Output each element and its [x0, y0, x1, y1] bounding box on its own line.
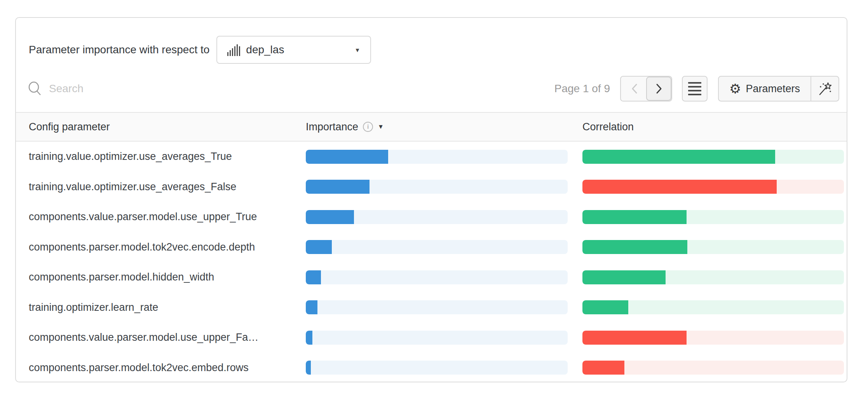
magic-wand-icon: [817, 81, 832, 96]
chevron-right-icon: [655, 83, 663, 95]
info-icon[interactable]: i: [363, 122, 373, 132]
correlation-bar: [582, 361, 844, 375]
importance-bar: [306, 331, 568, 345]
importance-bar: [306, 180, 568, 194]
importance-bar-fill: [306, 361, 311, 375]
correlation-bar-fill: [582, 300, 628, 314]
correlation-bar: [582, 270, 844, 284]
importance-bar-fill: [306, 270, 321, 284]
metric-selector-value: dep_las: [246, 44, 284, 56]
config-parameter-label: components.parser.model.tok2vec.embed.ro…: [29, 353, 249, 383]
search-icon: [28, 81, 42, 96]
correlation-bar-fill: [582, 331, 687, 345]
magic-wand-button[interactable]: [810, 77, 838, 101]
controls-row: Page 1 of 9 ⚙ Parameters: [16, 75, 847, 102]
parameters-button-group: ⚙ Parameters: [718, 76, 839, 102]
parameters-button-label: Parameters: [746, 83, 800, 95]
list-icon: [688, 82, 701, 84]
correlation-bar-fill: [582, 270, 666, 284]
bar-chart-icon: [227, 44, 241, 56]
search-input[interactable]: [49, 82, 282, 95]
correlation-bar-fill: [582, 210, 687, 224]
parameters-button[interactable]: ⚙ Parameters: [719, 77, 810, 101]
config-parameter-label: training.optimizer.learn_rate: [29, 293, 158, 323]
search-bar: [28, 81, 554, 96]
correlation-bar: [582, 150, 844, 164]
importance-bar-fill: [306, 180, 370, 194]
column-header-correlation: Correlation: [582, 113, 634, 141]
config-parameter-label: training.value.optimizer.use_averages_Fa…: [29, 172, 236, 202]
correlation-bar: [582, 210, 844, 224]
config-parameter-label: components.value.parser.model.use_upper_…: [29, 202, 257, 232]
table-row: components.parser.model.tok2vec.encode.d…: [16, 232, 847, 263]
config-parameter-label: training.value.optimizer.use_averages_Tr…: [29, 142, 232, 172]
correlation-bar: [582, 331, 844, 345]
importance-bar: [306, 300, 568, 314]
importance-bar: [306, 150, 568, 164]
table-row: training.value.optimizer.use_averages_Fa…: [16, 172, 847, 202]
prev-page-button[interactable]: [622, 77, 647, 101]
importance-bar-fill: [306, 210, 354, 224]
importance-bar: [306, 210, 568, 224]
correlation-bar: [582, 300, 844, 314]
column-header-config-parameter: Config parameter: [29, 113, 110, 141]
correlation-bar-fill: [582, 240, 687, 254]
metric-selector-dropdown[interactable]: dep_las ▼: [216, 36, 371, 64]
table-row: training.value.optimizer.use_averages_Tr…: [16, 142, 847, 172]
config-parameter-label: components.parser.model.hidden_width: [29, 262, 214, 293]
importance-bar-fill: [306, 300, 317, 314]
table-row: components.parser.model.hidden_width: [16, 262, 847, 293]
importance-bar-fill: [306, 150, 388, 164]
correlation-bar: [582, 180, 844, 194]
table-body: training.value.optimizer.use_averages_Tr…: [16, 142, 847, 383]
correlation-bar-fill: [582, 361, 624, 375]
correlation-bar-fill: [582, 150, 775, 164]
importance-bar-fill: [306, 331, 312, 345]
correlation-bar: [582, 240, 844, 254]
correlation-bar-fill: [582, 180, 777, 194]
table-row: training.optimizer.learn_rate: [16, 293, 847, 323]
chevron-down-icon: ▼: [354, 47, 360, 53]
importance-bar: [306, 361, 568, 375]
column-header-importance[interactable]: Importance i ▼: [306, 113, 384, 141]
importance-bar-fill: [306, 240, 332, 254]
gear-icon: ⚙: [729, 82, 741, 95]
pager-button-group: [620, 76, 672, 102]
panel-header: Parameter importance with respect to dep…: [29, 36, 371, 64]
importance-bar: [306, 240, 568, 254]
sort-descending-icon: ▼: [378, 123, 384, 130]
parameter-importance-panel: Parameter importance with respect to dep…: [15, 17, 847, 382]
table-header: Config parameter Importance i ▼ Correlat…: [16, 112, 847, 142]
chevron-left-icon: [631, 83, 638, 95]
list-view-button[interactable]: [682, 76, 708, 102]
table-row: components.parser.model.tok2vec.embed.ro…: [16, 353, 847, 383]
table-row: components.value.parser.model.use_upper_…: [16, 322, 847, 353]
importance-bar: [306, 270, 568, 284]
table-row: components.value.parser.model.use_upper_…: [16, 202, 847, 232]
config-parameter-label: components.parser.model.tok2vec.encode.d…: [29, 232, 255, 263]
panel-title: Parameter importance with respect to: [29, 44, 209, 56]
config-parameter-label: components.value.parser.model.use_upper_…: [29, 322, 258, 353]
next-page-button[interactable]: [646, 77, 671, 101]
page-indicator: Page 1 of 9: [554, 82, 610, 95]
